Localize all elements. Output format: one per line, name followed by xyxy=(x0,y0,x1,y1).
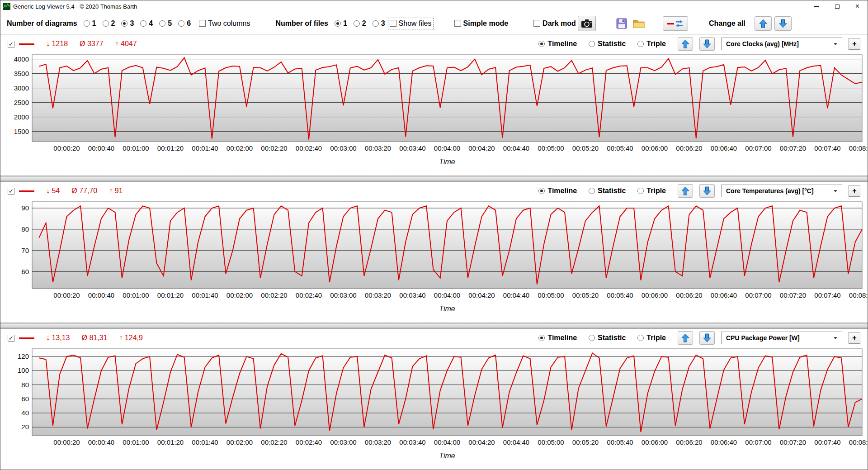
metric-dropdown[interactable]: Core Clocks (avg) [MHz] xyxy=(721,38,842,50)
radio-files-3[interactable]: 3 xyxy=(373,19,385,28)
metric-dropdown[interactable]: CPU Package Power [W] xyxy=(721,332,842,344)
x-tick-label: 00:01:20 xyxy=(157,144,184,152)
move-up-button[interactable] xyxy=(678,331,693,345)
plot-area xyxy=(32,349,862,436)
radio-diagrams-2[interactable]: 2 xyxy=(103,19,115,28)
dark-mode-checkbox[interactable]: Dark mod xyxy=(533,19,576,28)
radio-diagrams-1[interactable]: 1 xyxy=(84,19,96,28)
x-tick-label: 00:02:20 xyxy=(261,291,287,299)
x-tick-label: 00:08:00 xyxy=(849,291,868,299)
x-axis-title: Time xyxy=(439,305,455,313)
radio-icon xyxy=(354,20,360,27)
save-button[interactable] xyxy=(614,16,629,31)
stat-min: ↓ 1218 xyxy=(46,40,68,48)
x-tick-label: 00:08:00 xyxy=(849,438,868,446)
series-visible-checkbox[interactable] xyxy=(8,334,14,342)
radio-diagrams-3[interactable]: 3 xyxy=(121,19,134,28)
x-tick-label: 00:01:40 xyxy=(192,291,218,299)
y-tick-label: 60 xyxy=(21,395,29,403)
x-tick-label: 00:05:20 xyxy=(572,291,599,299)
x-tick-label: 00:06:40 xyxy=(711,291,737,299)
radio-icon xyxy=(538,188,545,194)
up-arrow-icon xyxy=(759,19,768,28)
view-statistic-radio[interactable]: Statistic xyxy=(589,187,626,195)
refresh-series-button[interactable] xyxy=(663,16,688,31)
series-visible-checkbox[interactable] xyxy=(8,40,14,48)
x-tick-label: 00:05:40 xyxy=(607,438,633,446)
x-tick-label: 00:03:40 xyxy=(399,438,425,446)
add-metric-button[interactable]: + xyxy=(849,332,860,344)
simple-mode-checkbox[interactable]: Simple mode xyxy=(454,19,509,28)
down-arrow-icon xyxy=(778,19,788,28)
view-timeline-radio[interactable]: Timeline xyxy=(538,40,577,48)
camera-icon xyxy=(581,19,593,28)
two-columns-checkbox[interactable]: Two columns xyxy=(199,19,250,28)
x-tick-label: 00:03:40 xyxy=(399,144,425,152)
x-tick-label: 00:00:20 xyxy=(53,438,80,446)
y-tick-label: 120 xyxy=(18,352,29,360)
close-icon: × xyxy=(855,2,859,10)
minimize-button[interactable] xyxy=(807,0,827,12)
close-button[interactable]: × xyxy=(847,0,868,12)
radio-icon xyxy=(373,20,379,27)
add-metric-button[interactable]: + xyxy=(849,38,860,50)
radio-diagrams-5[interactable]: 5 xyxy=(159,19,172,28)
series-color-swatch xyxy=(19,43,34,45)
x-tick-label: 00:07:40 xyxy=(814,291,840,299)
x-tick-label: 00:04:40 xyxy=(503,291,529,299)
add-metric-button[interactable]: + xyxy=(849,185,860,197)
view-triple-radio[interactable]: Triple xyxy=(637,40,666,48)
x-tick-label: 00:00:40 xyxy=(88,291,114,299)
radio-icon xyxy=(637,188,644,194)
radio-diagrams-6[interactable]: 6 xyxy=(178,19,191,28)
view-timeline-radio[interactable]: Timeline xyxy=(538,334,577,342)
radio-files-1[interactable]: 1 xyxy=(335,19,347,28)
x-tick-label: 00:06:40 xyxy=(711,144,737,152)
chart-panel-cpu-package-power: ↓ 13,13 Ø 81,31 ↑ 124,9 Timeline Statist… xyxy=(0,329,868,470)
maximize-button[interactable] xyxy=(827,0,847,12)
radio-icon xyxy=(121,20,127,27)
x-tick-label: 00:03:20 xyxy=(365,438,391,446)
minimize-icon xyxy=(814,6,819,7)
open-folder-button[interactable] xyxy=(631,16,646,31)
change-all-down-button[interactable] xyxy=(774,16,792,31)
series-visible-checkbox[interactable] xyxy=(8,187,14,195)
x-tick-label: 00:04:00 xyxy=(434,291,460,299)
chart-panel-core-clocks: ↓ 1218 Ø 3377 ↑ 4047 Timeline Statistic … xyxy=(0,35,868,176)
refresh-swap-icon xyxy=(665,19,685,28)
x-tick-label: 00:06:00 xyxy=(642,291,668,299)
view-triple-radio[interactable]: Triple xyxy=(637,334,666,342)
show-files-checkbox[interactable]: Show files xyxy=(390,19,432,28)
x-tick-label: 00:02:00 xyxy=(226,144,253,152)
change-all-up-button[interactable] xyxy=(755,16,772,31)
panel-divider xyxy=(0,176,868,182)
x-tick-label: 00:02:20 xyxy=(261,438,287,446)
screenshot-button[interactable] xyxy=(578,16,596,31)
x-tick-label: 00:04:20 xyxy=(468,291,495,299)
radio-diagrams-4[interactable]: 4 xyxy=(140,19,153,28)
y-tick-label: 2000 xyxy=(14,113,29,121)
x-tick-label: 00:00:20 xyxy=(53,291,80,299)
stat-min: ↓ 54 xyxy=(46,187,60,195)
x-tick-label: 00:06:00 xyxy=(642,438,668,446)
y-tick-label: 3500 xyxy=(14,70,29,77)
move-up-button[interactable] xyxy=(678,184,693,198)
move-down-button[interactable] xyxy=(699,331,715,345)
move-up-button[interactable] xyxy=(678,37,693,51)
x-tick-label: 00:07:20 xyxy=(780,438,806,446)
radio-icon xyxy=(538,335,545,341)
view-timeline-radio[interactable]: Timeline xyxy=(538,187,577,195)
x-tick-label: 00:01:20 xyxy=(157,291,184,299)
view-statistic-radio[interactable]: Statistic xyxy=(589,334,626,342)
x-tick-label: 00:04:40 xyxy=(503,144,529,152)
x-tick-label: 00:03:00 xyxy=(330,144,356,152)
move-down-button[interactable] xyxy=(699,184,715,198)
move-down-button[interactable] xyxy=(699,37,715,51)
radio-files-2[interactable]: 2 xyxy=(354,19,366,28)
checkbox-icon xyxy=(8,188,14,195)
view-triple-radio[interactable]: Triple xyxy=(637,187,666,195)
panel-header: ↓ 54 Ø 77,70 ↑ 91 Timeline Statistic Tri… xyxy=(0,182,868,200)
x-tick-label: 00:05:20 xyxy=(572,438,599,446)
metric-dropdown[interactable]: Core Temperatures (avg) [°C] xyxy=(721,185,842,197)
view-statistic-radio[interactable]: Statistic xyxy=(589,40,626,48)
